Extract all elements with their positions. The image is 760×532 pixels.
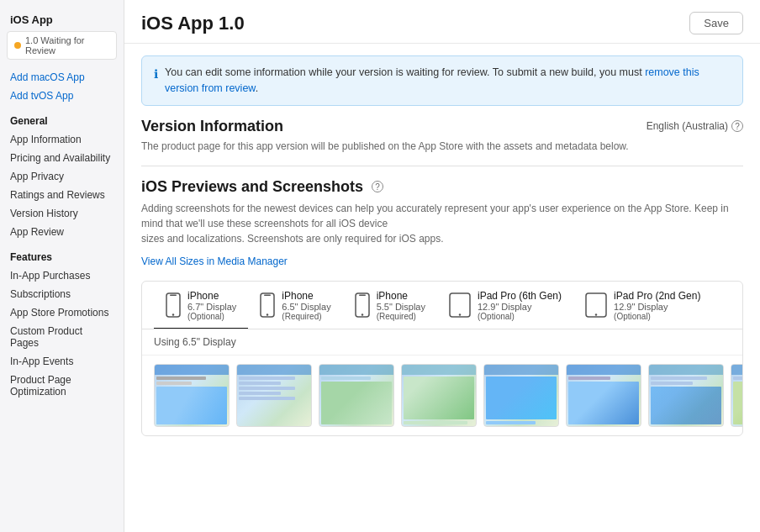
screenshots-desc: Adding screenshots for the newest device…: [141, 201, 743, 246]
tab-name-2: iPhone: [377, 290, 425, 302]
tab-req-0: (Optional): [187, 312, 236, 321]
sidebar-link-add-tvos[interactable]: Add tvOS App: [0, 87, 124, 105]
sidebar-item-in-app-events[interactable]: In-App Events: [0, 352, 124, 371]
svg-point-12: [595, 313, 597, 315]
svg-rect-0: [166, 293, 180, 317]
sidebar: iOS App 1.0 Waiting for Review Add macOS…: [0, 0, 124, 532]
device-tab-iphone-67[interactable]: iPhone 6.7" Display (Optional): [154, 282, 248, 329]
tab-name-0: iPhone: [187, 290, 236, 302]
sidebar-item-app-store-promotions[interactable]: App Store Promotions: [0, 303, 124, 322]
screenshots-row: [142, 356, 742, 435]
device-tab-ipad-2nd-text: iPad Pro (2nd Gen) 12.9" Display (Option…: [614, 290, 700, 321]
svg-point-8: [361, 313, 362, 315]
sidebar-app-title: iOS App: [0, 10, 124, 31]
main-body: ℹ You can edit some information while yo…: [124, 44, 760, 532]
iphone-55-icon: [355, 292, 370, 318]
version-info-header: Version Information English (Australia) …: [141, 118, 743, 135]
tab-size-1: 6.5" Display: [282, 302, 330, 312]
ipad-2nd-icon: [585, 292, 607, 318]
sidebar-item-ratings[interactable]: Ratings and Reviews: [0, 186, 124, 204]
sidebar-section-features: Features: [0, 241, 124, 266]
svg-rect-7: [359, 295, 366, 297]
info-text-before: You can edit some information while your…: [165, 66, 645, 78]
screenshot-thumb-1[interactable]: [154, 364, 230, 427]
svg-rect-1: [170, 295, 177, 297]
badge-dot: [14, 42, 21, 49]
sidebar-item-version-history[interactable]: Version History: [0, 204, 124, 223]
svg-point-10: [459, 313, 461, 315]
device-tab-ipad-2nd[interactable]: iPad Pro (2nd Gen) 12.9" Display (Option…: [573, 282, 712, 329]
version-info-desc: The product page for this app version wi…: [141, 139, 743, 154]
tab-req-1: (Required): [282, 312, 330, 321]
iphone-67-icon: [166, 292, 181, 318]
section-divider-1: [141, 166, 743, 166]
screenshot-thumb-3[interactable]: [319, 364, 394, 427]
sidebar-item-iap[interactable]: In-App Purchases: [0, 266, 124, 285]
svg-rect-3: [261, 293, 274, 317]
tab-req-4: (Optional): [614, 312, 700, 321]
language-selector[interactable]: English (Australia) ?: [647, 120, 743, 132]
screenshot-thumb-7[interactable]: [648, 364, 724, 427]
tab-name-4: iPad Pro (2nd Gen): [614, 290, 700, 302]
device-tab-iphone-55-text: iPhone 5.5" Display (Required): [377, 290, 425, 321]
version-info-title: Version Information: [141, 118, 283, 135]
save-button[interactable]: Save: [689, 12, 743, 34]
info-text-after: .: [256, 82, 258, 94]
iphone-65-icon: [260, 292, 275, 318]
screenshots-title: iOS Previews and Screenshots: [141, 178, 363, 196]
sidebar-version-badge[interactable]: 1.0 Waiting for Review: [7, 31, 117, 60]
device-tab-ipad-6th[interactable]: iPad Pro (6th Gen) 12.9" Display (Option…: [437, 282, 573, 329]
tab-req-3: (Optional): [478, 312, 562, 321]
info-banner-text: You can edit some information while your…: [165, 65, 731, 97]
info-icon: ℹ: [154, 66, 158, 83]
sidebar-section-general: General: [0, 105, 124, 130]
version-badge-label: 1.0 Waiting for Review: [25, 35, 109, 55]
device-tab-iphone-65-text: iPhone 6.5" Display (Required): [282, 290, 330, 321]
svg-point-5: [267, 313, 268, 315]
screenshot-thumb-5[interactable]: [483, 364, 559, 427]
ipad-6th-icon: [449, 292, 471, 318]
tab-name-3: iPad Pro (6th Gen): [478, 290, 562, 302]
svg-rect-4: [264, 295, 271, 297]
screenshots-help-icon[interactable]: ?: [372, 181, 383, 192]
device-tabs-container: iPhone 6.7" Display (Optional): [141, 281, 743, 436]
sidebar-item-subscriptions[interactable]: Subscriptions: [0, 285, 124, 303]
info-banner: ℹ You can edit some information while yo…: [141, 55, 743, 106]
sidebar-item-custom-product-pages[interactable]: Custom Product Pages: [0, 322, 124, 352]
screenshots-desc-line2: sizes and localizations. Screenshots are…: [141, 233, 444, 245]
screenshots-title-row: iOS Previews and Screenshots ?: [141, 178, 743, 196]
sidebar-link-add-macos[interactable]: Add macOS App: [0, 68, 124, 87]
device-tab-iphone-67-text: iPhone 6.7" Display (Optional): [187, 290, 236, 321]
tab-size-0: 6.7" Display: [187, 302, 236, 312]
screenshots-desc-line1: Adding screenshots for the newest device…: [141, 203, 729, 229]
svg-rect-9: [450, 293, 470, 317]
device-tab-iphone-55[interactable]: iPhone 5.5" Display (Required): [343, 282, 437, 329]
version-help-icon[interactable]: ?: [731, 120, 743, 132]
screenshot-thumb-2[interactable]: [236, 364, 312, 427]
view-all-sizes-link[interactable]: View All Sizes in Media Manager: [141, 255, 288, 267]
svg-rect-6: [356, 293, 369, 317]
svg-rect-11: [586, 293, 606, 317]
sidebar-item-pricing[interactable]: Pricing and Availability: [0, 149, 124, 167]
tab-size-4: 12.9" Display: [614, 302, 700, 312]
device-tab-ipad-6th-text: iPad Pro (6th Gen) 12.9" Display (Option…: [478, 290, 562, 321]
tab-size-3: 12.9" Display: [478, 302, 562, 312]
tab-req-2: (Required): [377, 312, 425, 321]
device-tab-iphone-65[interactable]: iPhone 6.5" Display (Required): [248, 282, 342, 329]
screenshot-thumb-8[interactable]: [731, 364, 742, 427]
main-header: iOS App 1.0 Save: [124, 0, 760, 44]
sidebar-item-product-page-optimization[interactable]: Product Page Optimization: [0, 371, 124, 401]
sidebar-item-app-review[interactable]: App Review: [0, 223, 124, 241]
language-label: English (Australia): [647, 120, 728, 132]
device-tabs: iPhone 6.7" Display (Optional): [142, 282, 742, 329]
page-title: iOS App 1.0: [141, 13, 245, 34]
using-display-label: Using 6.5" Display: [142, 329, 742, 356]
tab-name-1: iPhone: [282, 290, 330, 302]
sidebar-item-privacy[interactable]: App Privacy: [0, 167, 124, 186]
main-content: iOS App 1.0 Save ℹ You can edit some inf…: [124, 0, 760, 532]
sidebar-item-app-information[interactable]: App Information: [0, 130, 124, 149]
screenshot-thumb-6[interactable]: [566, 364, 641, 427]
tab-size-2: 5.5" Display: [377, 302, 425, 312]
screenshot-thumb-4[interactable]: [401, 364, 477, 427]
svg-point-2: [172, 313, 174, 315]
